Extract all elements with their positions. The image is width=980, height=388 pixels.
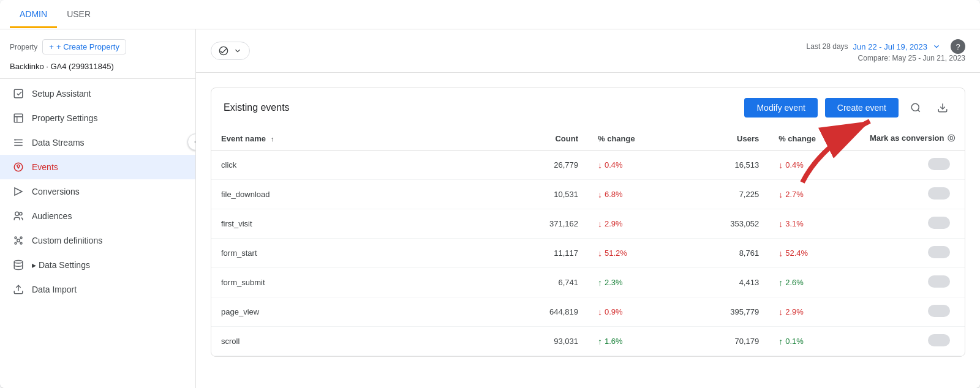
modify-event-button[interactable]: Modify event [744, 98, 817, 118]
sidebar-item-label-import: Data Import [32, 285, 77, 294]
sidebar-item-label-property: Property Settings [32, 113, 97, 123]
users-change-val: 0.1% [785, 337, 804, 346]
count-change-cell: ↓ 0.4% [588, 151, 679, 180]
svg-line-21 [918, 110, 919, 111]
sidebar-item-data-streams[interactable]: Data Streams [0, 130, 195, 155]
users-cell: 7,225 [679, 180, 769, 209]
search-icon-button[interactable] [906, 98, 925, 118]
mark-as-conversion-toggle[interactable] [928, 275, 950, 288]
users-change-arrow: ↑ [778, 337, 783, 346]
users-cell: 70,179 [679, 327, 769, 356]
table-row: file_download 10,531 ↓ 6.8% 7,225 ↓ 2.7% [211, 180, 965, 209]
svg-rect-1 [14, 114, 23, 122]
sidebar-item-label-setup: Setup Assistant [32, 89, 91, 99]
count-cell: 11,117 [513, 239, 588, 268]
filter-button[interactable] [211, 42, 250, 60]
tab-admin[interactable]: ADMIN [10, 2, 57, 28]
users-change-val: 2.7% [785, 190, 804, 199]
property-name: Backlinko · GA4 (299311845) [0, 59, 195, 78]
sidebar-item-custom-definitions[interactable]: Custom definitions [0, 228, 195, 253]
sidebar-item-data-settings[interactable]: ▸ Data Settings [0, 253, 195, 277]
users-cell: 353,052 [679, 209, 769, 239]
card-actions: Modify event Create event [744, 98, 952, 118]
content-body: Existing events Modify event Create even… [196, 73, 980, 388]
mark-as-conversion-toggle[interactable] [928, 246, 950, 258]
sidebar-item-events[interactable]: Events [0, 155, 195, 179]
table-row: page_view 644,819 ↓ 0.9% 395,779 ↓ 2.9% [211, 297, 965, 327]
event-name-cell: page_view [211, 297, 513, 327]
count-cell: 93,031 [513, 327, 588, 356]
users-cell: 8,761 [679, 239, 769, 268]
mark-as-conversion-toggle[interactable] [928, 334, 950, 346]
col-header-count-change: % change [588, 127, 679, 151]
users-change-val: 0.4% [785, 160, 804, 170]
table-row: click 26,779 ↓ 0.4% 16,513 ↓ 0.4% [211, 151, 965, 180]
users-change-arrow: ↓ [778, 190, 783, 200]
sidebar-item-setup-assistant[interactable]: Setup Assistant [0, 81, 195, 106]
sidebar-item-label-custom: Custom definitions [32, 236, 102, 245]
count-change-cell: ↓ 6.8% [588, 180, 679, 209]
count-change-arrow: ↓ [598, 307, 602, 317]
users-cell: 4,413 [679, 268, 769, 297]
sidebar-item-data-import[interactable]: Data Import [0, 277, 195, 302]
event-name-cell: form_start [211, 239, 513, 268]
conversions-icon [12, 185, 24, 198]
create-event-button[interactable]: Create event [825, 98, 899, 118]
sidebar-item-conversions[interactable]: Conversions [0, 179, 195, 204]
download-icon-button[interactable] [933, 98, 952, 118]
users-cell: 395,779 [679, 297, 769, 327]
tab-user[interactable]: USER [57, 2, 100, 28]
events-card-header: Existing events Modify event Create even… [211, 88, 965, 127]
count-change-val: 1.6% [605, 337, 623, 346]
count-change-cell: ↓ 51.2% [588, 239, 679, 268]
app-container: ADMIN USER Property + + Create Property … [0, 0, 980, 388]
plus-icon: + [49, 42, 54, 51]
table-row: form_submit 6,741 ↑ 2.3% 4,413 ↑ 2.6% [211, 268, 965, 297]
mark-as-conversion-toggle[interactable] [928, 305, 950, 317]
count-change-cell: ↑ 2.3% [588, 268, 679, 297]
col-header-event-name[interactable]: Event name ↑ [211, 127, 513, 151]
count-change-cell: ↓ 2.9% [588, 209, 679, 239]
users-change-arrow: ↓ [778, 307, 783, 317]
users-change-cell: ↑ 2.6% [769, 268, 859, 297]
sidebar-item-label-audiences: Audiences [32, 211, 72, 221]
event-name-cell: click [211, 151, 513, 180]
mark-as-conversion-toggle[interactable] [928, 158, 950, 170]
svg-point-15 [15, 242, 17, 244]
col-header-count[interactable]: Count [513, 127, 588, 151]
checkbox-icon [12, 88, 24, 100]
count-change-cell: ↑ 1.6% [588, 327, 679, 356]
sidebar-item-property-settings[interactable]: Property Settings [0, 106, 195, 130]
date-value[interactable]: Jun 22 - Jul 19, 2023 [853, 42, 927, 51]
count-cell: 26,779 [513, 151, 588, 180]
sidebar-item-label-events: Events [32, 162, 58, 172]
mark-as-conversion-toggle[interactable] [928, 187, 950, 200]
sidebar: Property + + Create Property Backlinko ·… [0, 29, 196, 388]
svg-point-14 [20, 237, 22, 239]
sort-icon: ↑ [271, 135, 274, 143]
col-header-users[interactable]: Users [679, 127, 769, 151]
sidebar-divider [0, 78, 195, 79]
main-layout: Property + + Create Property Backlinko ·… [0, 29, 980, 388]
count-cell: 644,819 [513, 297, 588, 327]
custom-icon [12, 234, 24, 247]
event-name-cell: first_visit [211, 209, 513, 239]
count-change-arrow: ↓ [598, 160, 602, 170]
users-change-cell: ↓ 2.7% [769, 180, 859, 209]
conversion-toggle-cell [859, 239, 965, 268]
count-cell: 10,531 [513, 180, 588, 209]
date-label: Last 28 days [807, 42, 848, 51]
event-name-cell: file_download [211, 180, 513, 209]
data-settings-icon [12, 259, 24, 271]
help-icon[interactable]: ? [951, 39, 965, 54]
create-property-button[interactable]: + + Create Property [42, 39, 126, 54]
sidebar-item-audiences[interactable]: Audiences [0, 204, 195, 228]
audiences-icon [12, 210, 24, 222]
mark-as-conversion-toggle[interactable] [928, 217, 950, 229]
conversion-toggle-cell [859, 151, 965, 180]
event-name-cell: form_submit [211, 268, 513, 297]
users-change-cell: ↑ 0.1% [769, 327, 859, 356]
count-change-val: 2.3% [605, 278, 623, 287]
users-change-val: 52.4% [785, 248, 808, 258]
compare-date: Compare: May 25 - Jun 21, 2023 [858, 54, 965, 62]
